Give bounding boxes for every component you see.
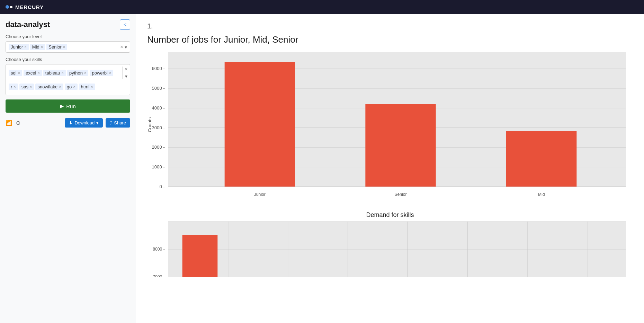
wifi-icon: 📶 (6, 120, 12, 126)
tag-excel-close[interactable]: × (37, 71, 39, 75)
tag-mid-close[interactable]: × (41, 45, 43, 49)
svg-text:3000 -: 3000 - (152, 125, 164, 130)
footer-status-icons: 📶 ⊙ (6, 120, 20, 126)
share-button[interactable]: ⤴ Share (106, 118, 130, 128)
bar-senior (365, 104, 436, 186)
download-button[interactable]: ⬇ Download ▾ (65, 118, 103, 128)
logo-dot-white (10, 6, 12, 8)
level-section: Choose your level Junior × Mid × Senior … (6, 34, 130, 53)
collapse-button[interactable]: < (120, 19, 130, 30)
svg-text:7000 -: 7000 - (153, 274, 165, 277)
bar-junior (225, 62, 295, 186)
main-layout: data-analyst < Choose your level Junior … (0, 14, 644, 323)
svg-text:5000 -: 5000 - (152, 86, 164, 91)
sidebar-header: data-analyst < (6, 19, 130, 30)
content-area: 1. Number of jobs for Junior, Mid, Senio… (136, 14, 644, 323)
tag-tableau-close[interactable]: × (62, 71, 64, 75)
skills-dropdown-icon[interactable]: ▾ (125, 73, 127, 79)
tag-sas: sas × (19, 84, 34, 90)
svg-text:1000 -: 1000 - (152, 164, 164, 169)
level-clear-icon[interactable]: × (120, 44, 123, 50)
tag-senior-close[interactable]: × (63, 45, 65, 49)
settings-icon[interactable]: ⊙ (16, 120, 20, 126)
download-label: Download (74, 120, 95, 125)
svg-text:Counts: Counts (147, 117, 152, 132)
tag-sql-close[interactable]: × (18, 71, 20, 75)
sidebar: data-analyst < Choose your level Junior … (0, 14, 136, 323)
level-multiselect[interactable]: Junior × Mid × Senior × × ▾ (6, 41, 130, 53)
level-label: Choose your level (6, 34, 130, 39)
skills-label: Choose your skills (6, 57, 130, 62)
chart1-container: 0 - 1000 - 2000 - 3000 - 4000 - 5000 - 6… (147, 52, 633, 198)
skills-section: Choose your skills sql × excel × tableau… (6, 57, 130, 95)
svg-text:8000 -: 8000 - (153, 247, 165, 252)
tag-mid: Mid × (30, 44, 45, 50)
logo-icon (6, 5, 12, 9)
logo-dot-blue (6, 5, 9, 9)
tag-powerbi: powerbi × (90, 70, 113, 76)
tag-senior: Senior × (46, 44, 67, 50)
svg-text:Junior: Junior (254, 192, 266, 197)
section-number: 1. (147, 22, 633, 30)
download-dropdown-icon: ▾ (96, 120, 99, 125)
run-button[interactable]: ▶ Run (6, 99, 130, 113)
tag-snowflake-close[interactable]: × (59, 85, 61, 89)
chart2-container: 7000 - 8000 - (147, 221, 633, 277)
logo: MERCURY (6, 4, 44, 10)
svg-text:2000 -: 2000 - (152, 145, 164, 150)
tag-powerbi-close[interactable]: × (109, 71, 111, 75)
share-label: Share (114, 120, 126, 125)
svg-text:Senior: Senior (394, 192, 406, 197)
tag-python-close[interactable]: × (84, 71, 86, 75)
tag-sql: sql × (9, 70, 22, 76)
bar-mid (506, 131, 576, 187)
tag-python: python × (67, 70, 88, 76)
svg-text:0 -: 0 - (159, 184, 164, 189)
topnav: MERCURY (0, 0, 644, 14)
sidebar-footer: 📶 ⊙ ⬇ Download ▾ ⤴ Share (6, 118, 130, 128)
logo-text: MERCURY (15, 4, 44, 10)
level-controls: × ▾ (120, 44, 127, 50)
tag-go-close[interactable]: × (73, 85, 75, 89)
run-icon: ▶ (60, 103, 64, 109)
tag-excel: excel × (24, 70, 42, 76)
share-icon: ⤴ (110, 120, 112, 125)
tag-html-close[interactable]: × (91, 85, 93, 89)
download-icon: ⬇ (69, 120, 73, 125)
sidebar-title-text: data-analyst (6, 20, 50, 29)
chart2-title: Demand for skills (147, 211, 633, 219)
tag-html: html × (79, 84, 95, 90)
chart1-title: Number of jobs for Junior, Mid, Senior (147, 34, 633, 45)
chart1-svg: 0 - 1000 - 2000 - 3000 - 4000 - 5000 - 6… (147, 52, 633, 198)
tag-go: go × (65, 84, 78, 90)
footer-buttons: ⬇ Download ▾ ⤴ Share (65, 118, 130, 128)
skills-multiselect[interactable]: sql × excel × tableau × python × powerbi (6, 64, 130, 95)
tag-snowflake: snowflake × (35, 84, 63, 90)
tag-sas-close[interactable]: × (30, 85, 32, 89)
tag-junior: Junior × (9, 44, 29, 50)
skills-controls: × ▾ (122, 67, 128, 79)
skills-clear-icon[interactable]: × (125, 67, 128, 72)
tag-tableau: tableau × (43, 70, 66, 76)
level-dropdown-icon[interactable]: ▾ (125, 44, 127, 50)
bar2-sql (182, 235, 218, 277)
run-label: Run (66, 103, 76, 109)
svg-text:Mid: Mid (538, 192, 545, 197)
chart2-svg: 7000 - 8000 - (147, 221, 633, 277)
tag-junior-close[interactable]: × (24, 45, 26, 49)
tag-r: r × (9, 84, 18, 90)
svg-text:6000 -: 6000 - (152, 66, 164, 71)
svg-text:4000 -: 4000 - (152, 105, 164, 111)
tag-r-close[interactable]: × (14, 85, 16, 89)
